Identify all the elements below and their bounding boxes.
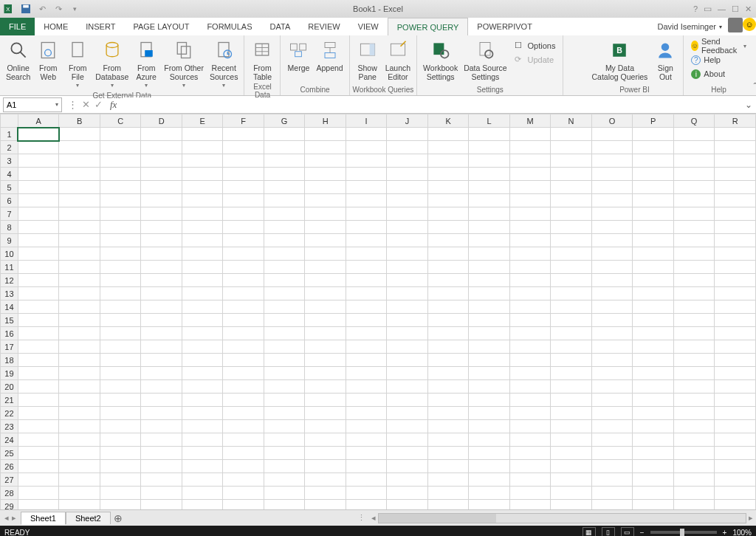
cell[interactable] [551,380,592,394]
tab-data[interactable]: DATA [261,18,300,35]
cell[interactable] [427,420,469,433]
cell[interactable] [305,447,346,460]
cell[interactable] [509,221,551,234]
cell[interactable] [591,274,633,287]
formula-input[interactable] [123,97,741,112]
cell[interactable] [551,500,592,510]
cell[interactable] [264,487,305,500]
cell[interactable] [591,181,633,194]
cell[interactable] [18,194,59,207]
zoom-in-button[interactable]: + [723,529,727,537]
minimize-icon[interactable]: — [718,4,726,13]
cell[interactable] [673,128,715,141]
cell[interactable] [715,340,756,354]
tab-insert[interactable]: INSERT [77,18,124,35]
cell[interactable] [346,327,386,340]
cell[interactable] [387,447,427,460]
column-header[interactable]: A [18,114,59,128]
cell[interactable] [387,168,427,181]
cell[interactable] [591,207,633,221]
cell[interactable] [223,487,264,500]
column-header[interactable]: P [633,114,674,128]
cell[interactable] [509,168,551,181]
recent-sources-button[interactable]: Recent Sources [207,37,241,92]
cell[interactable] [551,247,592,261]
cell[interactable] [100,394,141,407]
cell[interactable] [509,181,551,194]
cell[interactable] [305,420,346,433]
cell[interactable] [305,473,346,487]
cell[interactable] [346,340,386,354]
cell[interactable] [387,500,427,510]
name-box[interactable]: A1▾ [3,97,62,112]
cell[interactable] [59,327,100,340]
tab-home[interactable]: HOME [35,18,77,35]
cell[interactable] [387,181,427,194]
cell[interactable] [59,367,100,380]
cell[interactable] [305,141,346,154]
cell[interactable] [469,274,509,287]
cell[interactable] [346,420,386,433]
cell[interactable] [469,367,509,380]
cell[interactable] [346,500,386,510]
cell[interactable] [264,407,305,420]
cell[interactable] [591,261,633,274]
cell[interactable] [59,460,100,473]
cell[interactable] [264,247,305,261]
cell[interactable] [469,287,509,300]
cell[interactable] [715,128,756,141]
cell[interactable] [182,380,223,394]
cell[interactable] [305,261,346,274]
cell[interactable] [18,314,59,327]
cell[interactable] [59,247,100,261]
row-header[interactable]: 2 [1,141,18,154]
cell[interactable] [633,261,674,274]
cell[interactable] [346,221,386,234]
send-feedback-button[interactable]: ☺Send Feedback [691,39,746,52]
cell[interactable] [387,300,427,314]
cell[interactable] [509,314,551,327]
from-azure-button[interactable]: From Azure [131,37,161,92]
cell[interactable] [100,460,141,473]
cell[interactable] [551,128,592,141]
cell[interactable] [387,274,427,287]
cell[interactable] [141,274,182,287]
cell[interactable] [673,141,715,154]
cell[interactable] [715,274,756,287]
cell[interactable] [59,141,100,154]
sheet-nav-last-icon[interactable]: ▸ [12,513,16,523]
cell[interactable] [346,473,386,487]
row-header[interactable]: 10 [1,247,18,261]
cell[interactable] [715,394,756,407]
cell[interactable] [182,207,223,221]
cell[interactable] [673,354,715,367]
cell[interactable] [673,221,715,234]
cell[interactable] [427,380,469,394]
qat-customize-icon[interactable]: ▾ [68,2,81,16]
row-header[interactable]: 16 [1,327,18,340]
cell[interactable] [633,380,674,394]
cell[interactable] [141,141,182,154]
cell[interactable] [673,380,715,394]
cell[interactable] [18,234,59,247]
cell[interactable] [591,327,633,340]
cell[interactable] [715,194,756,207]
cell[interactable] [182,234,223,247]
cell[interactable] [633,207,674,221]
cell[interactable] [469,420,509,433]
cell[interactable] [715,380,756,394]
cell[interactable] [509,473,551,487]
cell[interactable] [18,394,59,407]
cell[interactable] [509,194,551,207]
cell[interactable] [469,247,509,261]
cell[interactable] [264,354,305,367]
cell[interactable] [551,234,592,247]
cell[interactable] [18,181,59,194]
cell[interactable] [305,327,346,340]
cell[interactable] [264,128,305,141]
cell[interactable] [387,314,427,327]
cell[interactable] [551,154,592,168]
cell[interactable] [100,287,141,300]
cell[interactable] [18,274,59,287]
cell[interactable] [715,314,756,327]
